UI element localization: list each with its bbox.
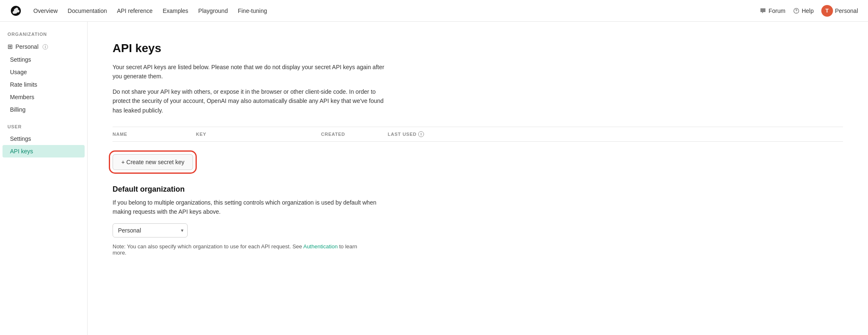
default-org-section: Default organization If you belong to mu… (113, 185, 843, 256)
user-menu[interactable]: T Personal (821, 5, 858, 17)
topnav: Overview Documentation API reference Exa… (0, 0, 868, 22)
sidebar-label-org-settings: Settings (10, 56, 31, 63)
sidebar-label-billing: Billing (10, 106, 25, 113)
sidebar-item-org-settings[interactable]: Settings (3, 53, 85, 66)
col-header-last-used: LAST USED i (388, 131, 471, 137)
nav-api-reference[interactable]: API reference (117, 8, 153, 14)
last-used-info-icon: i (418, 131, 424, 137)
authentication-link[interactable]: Authentication (303, 243, 337, 250)
building-icon: ⊞ (8, 43, 13, 50)
nav-documentation[interactable]: Documentation (68, 8, 107, 14)
table-header: NAME KEY CREATED LAST USED i (113, 127, 843, 142)
org-select-wrapper: Personal ▾ (113, 223, 188, 238)
personal-label: Personal (835, 8, 858, 14)
api-keys-table: NAME KEY CREATED LAST USED i (113, 127, 843, 142)
help-icon (793, 8, 800, 14)
sidebar-label-members: Members (10, 94, 34, 100)
nav-playground[interactable]: Playground (198, 8, 228, 14)
note-text: Note: You can also specify which organiz… (113, 243, 371, 256)
col-header-created: CREATED (321, 131, 388, 137)
default-org-title: Default organization (113, 185, 843, 194)
col-header-name: NAME (113, 131, 196, 137)
topnav-right: Forum Help T Personal (760, 5, 858, 17)
forum-icon (760, 8, 766, 14)
layout: ORGANIZATION ⊞ Personal i Settings Usage… (0, 22, 868, 335)
forum-label: Forum (768, 8, 785, 14)
help-label: Help (802, 8, 814, 14)
avatar: T (821, 5, 833, 17)
page-desc-1: Your secret API keys are listed below. P… (113, 62, 388, 81)
main-content: API keys Your secret API keys are listed… (88, 22, 868, 335)
nav-examples[interactable]: Examples (163, 8, 188, 14)
create-btn-area: + Create new secret key (113, 154, 843, 170)
default-org-desc: If you belong to multiple organizations,… (113, 198, 379, 217)
sidebar-item-rate-limits[interactable]: Rate limits (3, 78, 85, 91)
openai-logo[interactable] (10, 5, 22, 17)
org-name: Personal (15, 43, 38, 50)
sidebar-item-members[interactable]: Members (3, 91, 85, 103)
note-prefix: Note: You can also specify which organiz… (113, 243, 303, 250)
sidebar-org-personal[interactable]: ⊞ Personal i (0, 40, 87, 53)
org-select[interactable]: Personal (113, 223, 188, 238)
org-info-icon: i (43, 44, 48, 50)
sidebar-label-usage: Usage (10, 69, 27, 75)
help-link[interactable]: Help (793, 8, 814, 14)
sidebar: ORGANIZATION ⊞ Personal i Settings Usage… (0, 22, 88, 335)
org-section-label: ORGANIZATION (0, 32, 87, 40)
page-title: API keys (113, 42, 843, 55)
page-desc-2: Do not share your API key with others, o… (113, 87, 388, 115)
sidebar-item-user-settings[interactable]: Settings (3, 132, 85, 145)
user-section-label: USER (0, 124, 87, 132)
sidebar-item-api-keys[interactable]: API keys (3, 145, 85, 158)
create-secret-key-button[interactable]: + Create new secret key (113, 154, 193, 170)
nav-fine-tuning[interactable]: Fine-tuning (238, 8, 267, 14)
nav-overview[interactable]: Overview (33, 8, 58, 14)
sidebar-label-api-keys: API keys (10, 148, 33, 155)
sidebar-label-user-settings: Settings (10, 135, 31, 142)
forum-link[interactable]: Forum (760, 8, 785, 14)
sidebar-item-billing[interactable]: Billing (3, 103, 85, 116)
topnav-links: Overview Documentation API reference Exa… (33, 8, 748, 14)
col-header-key: KEY (196, 131, 321, 137)
sidebar-item-usage[interactable]: Usage (3, 66, 85, 78)
sidebar-label-rate-limits: Rate limits (10, 81, 37, 88)
